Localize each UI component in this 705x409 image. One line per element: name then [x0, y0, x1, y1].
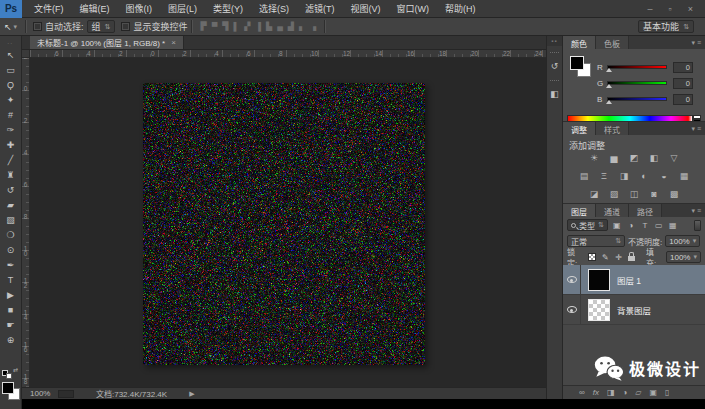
auto-select-dropdown[interactable]: 组 ⇅	[87, 20, 116, 33]
new-layer-button[interactable]: ▣	[650, 389, 658, 397]
lock-image-pixels-button[interactable]: ✎	[600, 252, 610, 263]
menu-item[interactable]: 滤镜(T)	[297, 0, 343, 18]
foreground-color-swatch[interactable]	[2, 382, 14, 394]
tools-panel-grip[interactable]: ∙∙	[0, 36, 21, 48]
clone-stamp-tool[interactable]: ♜	[0, 168, 21, 183]
gradient-map-icon[interactable]: ◙	[647, 187, 662, 200]
black-and-white-icon[interactable]: ◨	[617, 169, 632, 182]
lasso-tool[interactable]: Ϙ	[0, 78, 21, 93]
vibrance-icon[interactable]: ▽	[667, 151, 682, 164]
menu-item[interactable]: 文件(F)	[26, 0, 72, 18]
visibility-cell[interactable]	[563, 265, 581, 295]
slider-handle[interactable]	[606, 100, 612, 104]
tab-adjustments[interactable]: 调整	[563, 122, 596, 135]
path-selection-tool[interactable]: ▶	[0, 288, 21, 303]
rectangle-tool[interactable]: ■	[0, 303, 21, 318]
curves-icon[interactable]: ◩	[627, 151, 642, 164]
threshold-icon[interactable]: ◫	[627, 187, 642, 200]
layer-thumbnail[interactable]	[588, 269, 610, 291]
history-brush-tool[interactable]: ↺	[0, 183, 21, 198]
filter-pixel-layers-icon[interactable]: ▣	[611, 219, 623, 231]
channel-value-field[interactable]: 0	[673, 62, 693, 73]
new-adjustment-layer-button[interactable]: ◑	[623, 389, 628, 397]
tab-styles[interactable]: 样式	[596, 122, 629, 135]
filter-smart-objects-icon[interactable]: ▦	[667, 219, 679, 231]
menu-item[interactable]: 图层(L)	[160, 0, 205, 18]
menu-item[interactable]: 窗口(W)	[389, 0, 438, 18]
foreground-color-swatch[interactable]	[570, 56, 584, 70]
tab-swatches[interactable]: 色板	[596, 36, 629, 49]
color-balance-icon[interactable]: Ξ	[597, 169, 612, 182]
link-layers-button[interactable]: ∞	[579, 389, 585, 397]
panel-menu-icon[interactable]: ▾≡	[691, 204, 705, 217]
dodge-tool[interactable]: ⊙	[0, 243, 21, 258]
menu-item[interactable]: 选择(S)	[251, 0, 297, 18]
panel-menu-icon[interactable]: ▾≡	[691, 36, 705, 49]
status-options-arrow[interactable]: ▶	[189, 390, 194, 398]
document-tab[interactable]: 未标题-1 @ 100% (图层 1, RGB/8) * ×	[30, 36, 184, 49]
type-tool[interactable]: T	[0, 273, 21, 288]
show-transform-checkbox[interactable]	[121, 22, 130, 31]
quick-selection-tool[interactable]: ✦	[0, 93, 21, 108]
channel-slider[interactable]	[607, 65, 667, 69]
maximize-button[interactable]: ▫	[669, 4, 672, 14]
delete-layer-button[interactable]: ▯	[665, 389, 669, 397]
slider-handle[interactable]	[606, 68, 612, 72]
properties-panel-button[interactable]: ◧	[547, 86, 562, 102]
exposure-icon[interactable]: ◧	[647, 151, 662, 164]
opacity-field[interactable]: 100% ▾	[665, 235, 700, 247]
history-panel-button[interactable]: ↺	[547, 58, 562, 74]
slider-handle[interactable]	[606, 84, 612, 88]
default-colors-button[interactable]: ⇄	[2, 368, 16, 378]
invert-icon[interactable]: ◪	[587, 187, 602, 200]
minimize-button[interactable]: –	[648, 4, 653, 14]
tab-color[interactable]: 颜色	[563, 36, 596, 49]
eyedropper-tool[interactable]: ✑	[0, 123, 21, 138]
rectangular-marquee-tool[interactable]: ▭	[0, 63, 21, 78]
channel-slider[interactable]	[607, 97, 667, 101]
tab-paths[interactable]: 路径	[629, 204, 662, 217]
menu-item[interactable]: 帮助(H)	[437, 0, 484, 18]
selective-color-icon[interactable]: ▩	[667, 187, 682, 200]
layer-row[interactable]: 背景图层	[563, 295, 705, 325]
hand-tool[interactable]: ☛	[0, 318, 21, 333]
auto-select-checkbox[interactable]	[33, 22, 42, 31]
layer-filter-dropdown[interactable]: 类型 ⇅	[567, 219, 608, 231]
document-canvas[interactable]	[143, 83, 425, 365]
spot-healing-brush-tool[interactable]: ✚	[0, 138, 21, 153]
hue-saturation-icon[interactable]: ▤	[577, 169, 592, 182]
posterize-icon[interactable]: ▨	[607, 187, 622, 200]
filter-type-layers-icon[interactable]: T	[639, 219, 651, 231]
channel-slider[interactable]	[607, 81, 667, 85]
channel-value-field[interactable]: 0	[673, 78, 693, 89]
filter-shape-layers-icon[interactable]: ▭	[653, 219, 665, 231]
color-lookup-icon[interactable]: ▦	[677, 169, 692, 182]
visibility-cell[interactable]	[563, 295, 581, 325]
current-tool-preset[interactable]: ↖ ▾	[0, 22, 21, 32]
canvas-viewport[interactable]	[30, 58, 546, 387]
zoom-level-field[interactable]: 100%	[30, 389, 54, 398]
menu-item[interactable]: 编辑(E)	[72, 0, 118, 18]
channel-mixer-icon[interactable]: ◒	[657, 169, 672, 182]
filter-toggle-switch[interactable]	[694, 220, 701, 231]
workspace-dropdown[interactable]: 基本功能 ⇅	[638, 20, 694, 33]
layer-row[interactable]: 图层 1	[563, 265, 705, 295]
new-group-button[interactable]: ▱	[635, 389, 641, 397]
eye-icon[interactable]	[567, 306, 577, 313]
dock-collapse-handle[interactable]: ▪▪	[547, 36, 562, 46]
swap-colors-icon[interactable]: ⇄	[13, 366, 18, 373]
panel-menu-icon[interactable]: ▾≡	[691, 122, 705, 135]
menu-item[interactable]: 类型(Y)	[205, 0, 251, 18]
lock-transparent-pixels-button[interactable]	[587, 252, 597, 263]
brightness-contrast-icon[interactable]: ☀	[587, 151, 602, 164]
photo-filter-icon[interactable]: ◐	[637, 169, 652, 182]
layer-effects-button[interactable]: fx	[593, 389, 599, 397]
tab-layers[interactable]: 图层	[563, 204, 596, 217]
brush-tool[interactable]: ╱	[0, 153, 21, 168]
lock-position-button[interactable]: ✛	[614, 252, 624, 263]
eraser-tool[interactable]: ▰	[0, 198, 21, 213]
levels-icon[interactable]: ▅	[607, 151, 622, 164]
menu-item[interactable]: 图像(I)	[118, 0, 161, 18]
gradient-tool[interactable]: ▧	[0, 213, 21, 228]
lock-all-button[interactable]	[627, 252, 637, 263]
